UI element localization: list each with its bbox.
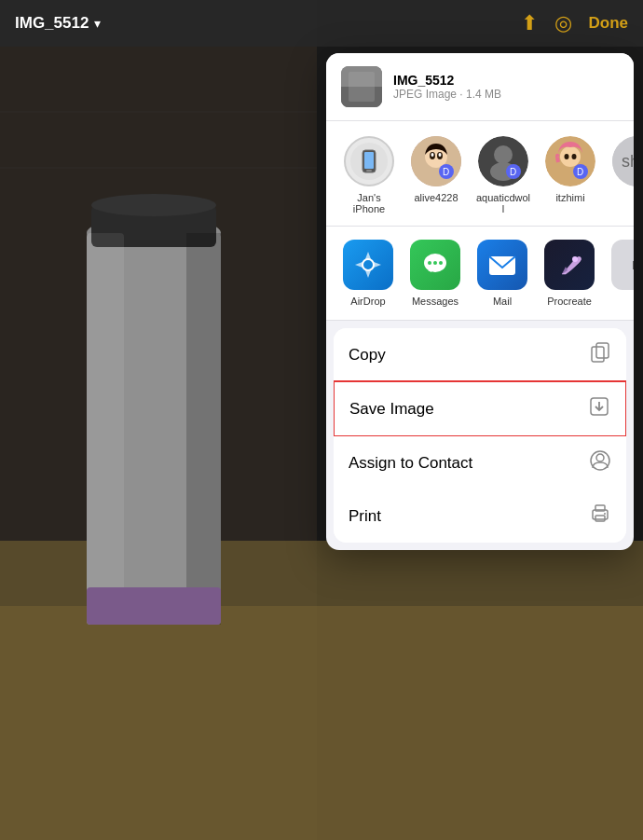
svg-point-42 <box>363 259 374 270</box>
svg-point-37 <box>572 154 577 159</box>
svg-point-30 <box>494 145 513 164</box>
app-mail[interactable]: Mail <box>475 240 529 307</box>
svg-rect-4 <box>0 606 643 840</box>
person-label-aquaticdwoll: aquaticdwoll <box>475 192 531 214</box>
save-image-action[interactable]: Save Image <box>334 380 626 437</box>
svg-point-35 <box>560 146 581 167</box>
share-sheet: IMG_5512 JPEG Image · 1.4 MB Jan's iPhon… <box>326 53 634 550</box>
save-image-label: Save Image <box>349 400 434 419</box>
svg-rect-50 <box>596 343 609 358</box>
svg-rect-20 <box>366 170 372 172</box>
svg-text:D: D <box>510 167 516 177</box>
mail-icon <box>477 240 527 290</box>
done-button[interactable]: Done <box>589 14 629 33</box>
person-label-alive4228: alive4228 <box>414 192 458 203</box>
svg-point-46 <box>433 261 437 265</box>
app-more[interactable]: D <box>609 240 634 307</box>
svg-rect-10 <box>186 233 221 625</box>
person-aquaticdwoll[interactable]: D aquaticdwoll <box>475 136 531 214</box>
svg-point-25 <box>431 153 434 157</box>
file-details: IMG_5512 JPEG Image · 1.4 MB <box>393 73 619 101</box>
person-overflow[interactable]: sh <box>609 136 634 214</box>
copy-label: Copy <box>349 346 386 365</box>
copy-icon <box>589 341 611 368</box>
print-action[interactable]: Print <box>334 489 626 543</box>
svg-point-59 <box>604 513 606 515</box>
actions-section: Copy Save Image Assign to Contact <box>334 328 626 543</box>
svg-point-45 <box>428 261 431 265</box>
avatar-iphone <box>344 136 394 186</box>
svg-rect-16 <box>349 72 375 102</box>
file-thumbnail <box>341 66 382 107</box>
person-alive4228[interactable]: D alive4228 <box>408 136 464 214</box>
procreate-icon <box>544 240 595 290</box>
svg-point-36 <box>565 154 569 159</box>
avatar-aquaticdwoll: D <box>478 136 528 186</box>
svg-point-54 <box>596 454 604 461</box>
svg-text:sh: sh <box>622 152 634 171</box>
app-label-airdrop: AirDrop <box>350 296 385 307</box>
person-itzhimi[interactable]: D itzhimi <box>542 136 598 214</box>
person-label-iphone: Jan's iPhone <box>341 192 397 214</box>
airdrop-icon <box>343 240 393 290</box>
header: IMG_5512 ▾ ⬆ ◎ Done <box>0 0 643 47</box>
avatar-itzhimi: D <box>545 136 595 186</box>
person-iphone[interactable]: Jan's iPhone <box>341 136 397 214</box>
svg-rect-9 <box>87 233 124 625</box>
svg-point-49 <box>572 256 578 262</box>
svg-point-47 <box>439 261 443 265</box>
app-airdrop[interactable]: AirDrop <box>341 240 395 307</box>
save-image-icon <box>588 395 610 422</box>
header-left: IMG_5512 ▾ <box>15 14 101 33</box>
file-name: IMG_5512 <box>393 73 619 88</box>
svg-text:D: D <box>443 167 449 177</box>
app-label-mail: Mail <box>493 296 512 307</box>
chevron-down-icon: ▾ <box>94 16 101 31</box>
people-row: Jan's iPhone D <box>326 121 634 227</box>
print-label: Print <box>349 507 381 526</box>
more-app-icon: D <box>611 240 634 290</box>
print-icon <box>589 503 611 530</box>
file-meta: JPEG Image · 1.4 MB <box>393 88 619 101</box>
assign-contact-icon <box>589 449 611 476</box>
svg-point-26 <box>439 153 442 157</box>
messages-icon <box>410 240 460 290</box>
svg-point-8 <box>91 194 216 216</box>
share-icon[interactable]: ⬆ <box>521 11 538 35</box>
header-right: ⬆ ◎ Done <box>521 11 629 35</box>
apps-row: AirDrop Messages <box>326 227 634 321</box>
file-info-row: IMG_5512 JPEG Image · 1.4 MB <box>326 53 634 121</box>
app-messages[interactable]: Messages <box>408 240 462 307</box>
copy-action[interactable]: Copy <box>334 328 626 381</box>
svg-text:D: D <box>577 167 583 177</box>
page-title: IMG_5512 <box>15 14 89 33</box>
app-procreate[interactable]: Procreate <box>542 240 596 307</box>
person-label-itzhimi: itzhimi <box>555 192 584 203</box>
assign-contact-action[interactable]: Assign to Contact <box>334 436 626 489</box>
app-label-procreate: Procreate <box>547 296 592 307</box>
svg-rect-11 <box>87 587 221 625</box>
person-circle-icon[interactable]: ◎ <box>554 11 572 35</box>
app-label-messages: Messages <box>412 296 458 307</box>
assign-contact-label: Assign to Contact <box>349 454 472 473</box>
svg-rect-51 <box>592 347 604 362</box>
avatar-overflow: sh <box>612 136 634 186</box>
svg-rect-57 <box>595 516 605 521</box>
svg-rect-19 <box>364 152 374 169</box>
avatar-alive4228: D <box>411 136 461 186</box>
